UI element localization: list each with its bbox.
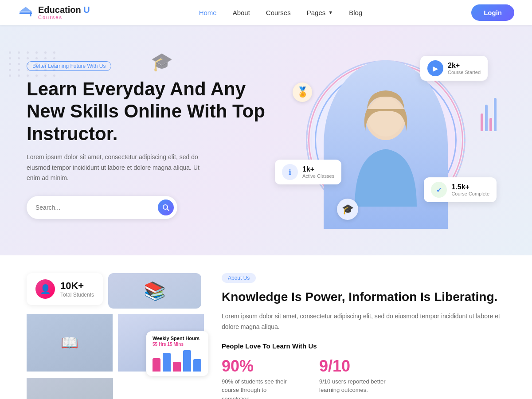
complete-icon: ✔	[431, 182, 447, 198]
stat-9-10-block: 9/10 9/10 users reported better learning…	[319, 357, 390, 399]
logo-sub: Courses	[38, 15, 90, 20]
logo-title: Education U	[38, 5, 90, 15]
bar-4	[183, 350, 191, 372]
students-num: 10K+	[60, 280, 94, 292]
about-stats-row: 90% 90% of students see their course thr…	[222, 357, 505, 399]
bar-5	[193, 359, 201, 372]
hero-visual: 🏅 ▶ 2k+ Course Started ℹ 1k+ Active Clas…	[266, 43, 505, 238]
collage-image-bottom: 👥	[27, 378, 113, 399]
weekly-bar-chart	[153, 349, 202, 372]
people-love-label: People Love To Learn With Us	[222, 342, 505, 350]
weekly-spent-card: Weekly Spent Hours 55 Hrs 15 Mins	[146, 331, 208, 376]
hero-bar-decoration	[481, 96, 497, 131]
stat-9-10-desc: 9/10 users reported better learning outc…	[319, 377, 390, 395]
logo-icon	[18, 4, 34, 20]
students-label: Total Students	[60, 292, 94, 298]
chevron-down-icon: ▼	[328, 10, 333, 15]
classes-icon: ℹ	[282, 164, 298, 180]
play-icon: ▶	[427, 60, 443, 76]
bar-3	[173, 362, 181, 372]
search-button[interactable]	[158, 200, 174, 215]
stat-course-complete-info: 1.5k+ Course Complete	[451, 183, 489, 196]
stat-90-num: 90%	[222, 357, 293, 376]
bar-1	[153, 358, 160, 372]
svg-line-4	[167, 209, 169, 211]
hero-content: Better Learning Future With Us Learn Eve…	[27, 61, 266, 219]
stat-courses-started-info: 2k+ Course Started	[448, 62, 481, 75]
stat-90-desc: 90% of students see their course through…	[222, 377, 293, 399]
about-section: About Us Knowledge Is Power, Information…	[222, 273, 505, 399]
nav-pages-dropdown[interactable]: Pages ▼	[307, 9, 333, 16]
nav-home[interactable]: Home	[199, 9, 217, 16]
about-badge: About Us	[222, 273, 256, 283]
collage-image-mid-left: 📖	[27, 314, 113, 372]
weekly-title: Weekly Spent Hours	[153, 336, 202, 341]
hero-title: Learn Everyday And Any New Skills Online…	[27, 78, 266, 145]
svg-point-6	[368, 98, 403, 137]
logo-text: Education U Courses	[38, 5, 90, 20]
stat-active-classes: ℹ 1k+ Active Classes	[275, 160, 341, 184]
stat-num: 1k+	[302, 165, 334, 173]
stat-num: 2k+	[448, 62, 481, 70]
about-desc: Lorem ipsum dolor sit amet, consectetur …	[222, 311, 505, 332]
search-icon	[162, 204, 169, 211]
hero-badge: Better Learning Future With Us	[27, 61, 111, 71]
collage-image-top-right: 📚	[108, 273, 201, 309]
students-icon: 👤	[35, 279, 55, 299]
login-button[interactable]: Login	[471, 4, 514, 21]
about-title: Knowledge Is Power, Information Is Liber…	[222, 289, 505, 305]
bar-2	[163, 353, 171, 372]
student-study-image: 📖	[27, 314, 113, 372]
stat-num: 1.5k+	[451, 183, 489, 191]
logo[interactable]: Education U Courses	[18, 4, 90, 20]
stat-9-10-num: 9/10	[319, 357, 390, 376]
stat-label: Course Started	[448, 70, 481, 75]
office-image: 📚	[108, 273, 201, 309]
stat-90-block: 90% 90% of students see their course thr…	[222, 357, 293, 399]
collage-area: 👤 10K+ Total Students 📚 📖 👩‍💼 W	[27, 273, 204, 399]
hero-section: 🎓 Better Learning Future With Us Learn E…	[0, 25, 532, 255]
stat-active-classes-info: 1k+ Active Classes	[302, 165, 334, 179]
medal-badge: 🏅	[293, 82, 312, 102]
collage-image-mid-right: 👩‍💼 Weekly Spent Hours 55 Hrs 15 Mins	[118, 314, 204, 372]
hero-desc: Lorem ipsum dolor sit amet, consectetur …	[27, 152, 213, 184]
students-info: 10K+ Total Students	[60, 280, 94, 298]
search-bar	[27, 196, 177, 219]
nav-about[interactable]: About	[233, 9, 250, 16]
students-stat-card: 👤 10K+ Total Students	[27, 273, 103, 305]
svg-rect-2	[30, 12, 31, 16]
collage-bottom-row: 👥	[27, 378, 204, 399]
nav-courses[interactable]: Courses	[266, 9, 291, 16]
graduation-icon: 🎓	[337, 199, 358, 220]
main-section: 👤 10K+ Total Students 📚 📖 👩‍💼 W	[0, 255, 532, 399]
stat-courses-started: ▶ 2k+ Course Started	[420, 56, 488, 81]
stat-label: Course Complete	[451, 191, 489, 196]
search-input[interactable]	[35, 204, 158, 211]
collage-top-row: 👤 10K+ Total Students 📚	[27, 273, 204, 309]
nav-links: Home About Courses Pages ▼ Blog	[199, 9, 363, 16]
stat-label: Active Classes	[302, 173, 334, 179]
collage-mid-row: 📖 👩‍💼 Weekly Spent Hours 55 Hrs 15 Mins	[27, 314, 204, 372]
stat-course-complete: ✔ 1.5k+ Course Complete	[424, 177, 497, 202]
svg-marker-1	[20, 7, 32, 12]
graduation-badge: 🎓	[337, 199, 358, 220]
weekly-hours: 55 Hrs 15 Mins	[153, 342, 202, 347]
nav-blog[interactable]: Blog	[349, 9, 362, 16]
navbar: Education U Courses Home About Courses P…	[0, 0, 532, 25]
group-study-image: 👥	[27, 378, 113, 399]
medal-icon: 🏅	[293, 82, 312, 102]
